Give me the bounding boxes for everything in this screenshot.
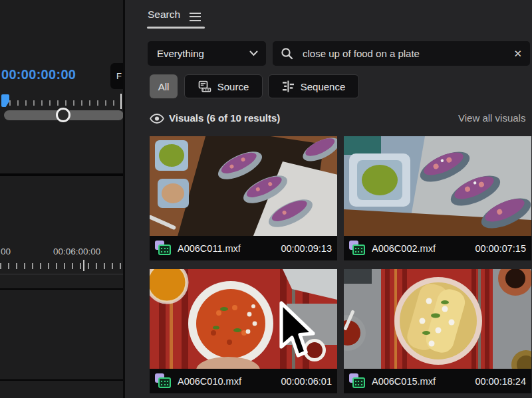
filter-source-button[interactable]: Source <box>184 74 263 98</box>
result-duration: 00:00:06:01 <box>281 376 332 387</box>
visuals-results-title: Visuals (6 of 10 results) <box>169 112 280 124</box>
clip-type-icon <box>155 373 172 389</box>
panel-menu-icon[interactable] <box>190 13 201 21</box>
result-tile[interactable]: A006C002.mxf 00:00:07:15 <box>344 136 531 260</box>
clip-type-icon <box>155 241 172 256</box>
search-panel: Search Everything ✕ All Source <box>125 0 532 398</box>
monitor-ruler-end-tick <box>120 94 122 109</box>
timeline-ruler-label-start: 00 <box>1 247 11 256</box>
mini-playhead[interactable] <box>1 94 9 107</box>
result-thumbnail[interactable] <box>150 136 337 236</box>
result-filename: A006C015.mxf <box>372 376 475 387</box>
panel-divider[interactable] <box>0 173 125 176</box>
result-label-bar: A006C011.mxf 00:00:09:13 <box>150 236 337 260</box>
result-duration: 00:00:07:15 <box>475 243 526 254</box>
scope-dropdown-value: Everything <box>157 48 249 59</box>
result-label-bar: A006C002.mxf 00:00:07:15 <box>344 236 531 260</box>
search-input[interactable] <box>301 47 508 60</box>
result-thumbnail[interactable] <box>344 136 531 236</box>
timeline-ruler-baseline <box>0 274 125 274</box>
result-tile[interactable]: A006C011.mxf 00:00:09:13 <box>150 136 337 260</box>
filter-all-button[interactable]: All <box>150 74 178 98</box>
result-duration: 00:00:09:13 <box>281 243 332 254</box>
tab-search[interactable]: Search <box>148 9 180 21</box>
result-tile[interactable]: A006C015.mxf 00:00:18:24 <box>344 269 531 393</box>
result-filename: A006C010.mxf <box>178 376 281 387</box>
visuals-eye-icon <box>150 114 164 124</box>
clip-type-icon <box>349 373 366 389</box>
sequence-icon <box>282 80 295 92</box>
search-field[interactable]: ✕ <box>273 41 530 66</box>
result-label-bar: A006C015.mxf 00:00:18:24 <box>344 369 531 393</box>
premiere-workspace: { "monitor": { "timecode": "00:00:00:00"… <box>0 0 532 398</box>
filter-source-label: Source <box>217 81 249 92</box>
result-thumbnail[interactable] <box>344 269 531 369</box>
clear-search-icon[interactable]: ✕ <box>513 48 522 60</box>
view-all-visuals-link[interactable]: View all visuals <box>458 112 525 124</box>
filter-all-label: All <box>158 81 170 92</box>
result-label-bar: A006C010.mxf 00:00:06:01 <box>150 369 337 393</box>
result-filename: A006C011.mxf <box>178 243 281 254</box>
timeline-ruler-major-tick <box>83 260 84 271</box>
timeline-ruler-ticks[interactable] <box>0 263 125 269</box>
left-monitor-timeline-panel: 00:00:00:00 F 00 00:06:00:00 <box>0 0 125 398</box>
scope-dropdown[interactable]: Everything <box>148 41 266 66</box>
source-clip-icon <box>198 80 211 92</box>
timeline-ruler-label-center: 00:06:00:00 <box>53 247 100 256</box>
track-divider-bottom <box>0 379 125 381</box>
source-timecode: 00:00:00:00 <box>1 67 76 82</box>
filter-sequence-button[interactable]: Sequence <box>268 74 359 98</box>
search-icon <box>281 47 293 60</box>
result-tile[interactable]: A006C010.mxf 00:00:06:01 <box>150 269 337 393</box>
result-filename: A006C002.mxf <box>372 243 475 254</box>
clip-type-icon <box>349 241 366 256</box>
chevron-down-icon <box>249 50 258 56</box>
result-thumbnail[interactable] <box>150 269 337 369</box>
result-duration: 00:00:18:24 <box>475 376 526 387</box>
monitor-zoom-scrollbar-handle[interactable] <box>56 108 70 122</box>
filter-sequence-label: Sequence <box>301 81 346 92</box>
monitor-ruler-ticks[interactable] <box>9 100 117 106</box>
track-divider-top <box>0 288 125 290</box>
active-tab-underline <box>147 27 205 29</box>
